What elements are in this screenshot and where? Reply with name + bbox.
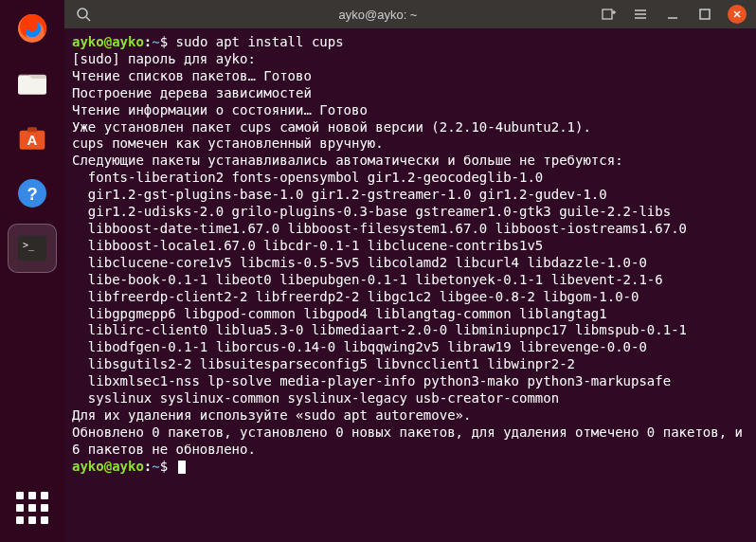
dock-item-files[interactable] [8,59,57,108]
prompt-dollar: $ [160,34,176,49]
maximize-button[interactable] [695,5,714,24]
firefox-icon [13,9,51,47]
help-icon: ? [13,174,51,212]
minimize-button[interactable] [663,5,682,24]
software-center-icon: A [13,119,51,157]
dock-item-firefox[interactable] [8,4,57,53]
svg-rect-12 [603,9,612,19]
dock-item-help[interactable]: ? [8,169,57,218]
command-text: sudo apt install cups [176,34,344,49]
terminal-cursor [178,461,186,474]
close-button[interactable] [728,5,747,24]
window-titlebar: ayko@ayko: ~ [64,0,756,28]
search-icon[interactable] [74,5,93,24]
window-title: ayko@ayko: ~ [339,8,418,22]
svg-text:?: ? [27,184,37,204]
svg-text:A: A [27,132,38,148]
prompt-user-host-2: ayko@ayko [72,459,144,474]
prompt-user-host: ayko@ayko [72,34,144,49]
prompt-path: ~ [152,34,159,49]
terminal-output: [sudo] пароль для ayko: Чтение списков п… [72,51,750,457]
dock-item-terminal[interactable]: >_ [8,224,57,273]
svg-point-10 [78,9,87,18]
new-tab-icon[interactable] [599,5,618,24]
svg-text:>_: >_ [23,240,35,251]
close-icon [731,9,743,20]
hamburger-menu-icon[interactable] [631,5,650,24]
files-icon [13,64,51,102]
terminal-content[interactable]: ayko@ayko:~$ sudo apt install cups [sudo… [64,28,756,542]
dock-item-software[interactable]: A [8,114,57,163]
show-apps-button[interactable] [8,483,57,533]
terminal-icon: >_ [13,229,51,267]
launcher-dock: A ? >_ [0,0,64,542]
svg-rect-19 [700,9,710,19]
svg-line-11 [86,17,90,21]
